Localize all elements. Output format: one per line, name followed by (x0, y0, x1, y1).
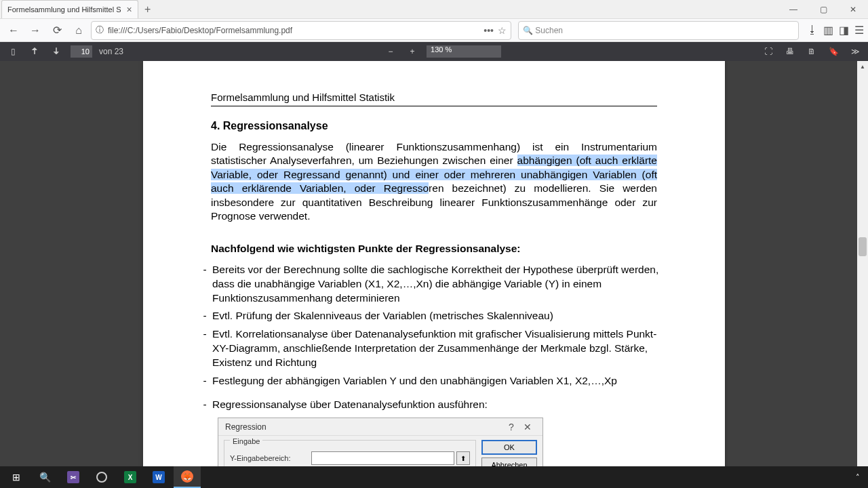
toolbar-right: ⭳ ▥ ◨ ☰ (807, 24, 864, 37)
browser-titlebar: Formelsammlung und Hilfsmittel S × + — ▢… (0, 0, 868, 19)
bookmark-pdf-button[interactable]: 🔖 (826, 44, 841, 59)
search-icon: 🔍 (523, 26, 533, 35)
scroll-up-icon[interactable]: ▲ (857, 61, 868, 72)
obs-app[interactable] (88, 466, 115, 488)
toggle-sidebar-button[interactable]: ▯ (5, 44, 20, 59)
forward-button[interactable]: → (26, 21, 45, 40)
zoom-select[interactable]: 130 % (427, 45, 501, 58)
start-button[interactable]: ⊞ (3, 466, 30, 488)
pdf-viewport[interactable]: Formelsammlung und Hilfsmittel Statistik… (0, 61, 868, 488)
list-item: -Festlegung der abhängigen Variablen Y u… (197, 374, 671, 388)
firefox-app[interactable]: 🦊 (174, 466, 201, 488)
pdf-page: Formelsammlung und Hilfsmittel Statistik… (143, 61, 725, 488)
scroll-thumb[interactable] (859, 237, 867, 256)
dialog-title: Regression (225, 422, 503, 432)
maximize-button[interactable]: ▢ (808, 0, 838, 19)
tray-chevron-icon[interactable]: ˄ (856, 473, 860, 482)
search-placeholder: Suchen (535, 26, 563, 35)
dialog-titlebar: Regression ? ✕ (218, 418, 542, 436)
zoom-out-button[interactable]: − (383, 44, 398, 59)
snip-app[interactable]: ✂ (60, 466, 87, 488)
browser-navbar: ← → ⟳ ⌂ ⓘ file:///C:/Users/Fabio/Desktop… (0, 19, 868, 42)
close-window-button[interactable]: ✕ (838, 0, 868, 19)
excel-app[interactable]: X (117, 466, 144, 488)
y-range-input[interactable] (311, 451, 454, 465)
zoom-in-button[interactable]: + (405, 44, 420, 59)
page-count-label: von 23 (99, 47, 123, 56)
page-up-button[interactable]: 🠅 (27, 44, 42, 59)
home-button[interactable]: ⌂ (69, 21, 88, 40)
list-item: -Evtl. Korrelationsanalyse über Datenana… (197, 327, 671, 370)
pdf-toolbar: ▯ 🠅 🠇 von 23 − + 130 % ⛶ 🖶 🗎 🔖 ≫ (0, 42, 868, 61)
list-item: -Evtl. Prüfung der Skalenniveaus der Var… (197, 309, 671, 323)
new-tab-button[interactable]: + (138, 0, 157, 18)
bookmark-icon[interactable]: ☆ (498, 25, 507, 36)
more-icon[interactable]: ••• (484, 25, 494, 36)
search-bar[interactable]: 🔍 Suchen (518, 21, 799, 40)
window-controls: — ▢ ✕ (778, 0, 868, 19)
browser-tab[interactable]: Formelsammlung und Hilfsmittel S × (1, 0, 138, 18)
vertical-scrollbar[interactable]: ▲ ▼ (857, 61, 868, 488)
dialog-help-icon[interactable]: ? (503, 422, 519, 432)
back-button[interactable]: ← (4, 21, 23, 40)
tools-button[interactable]: ≫ (848, 44, 863, 59)
dialog-close-icon[interactable]: ✕ (519, 422, 536, 432)
reload-button[interactable]: ⟳ (47, 21, 66, 40)
y-range-picker-button[interactable]: ⬆ (456, 451, 470, 465)
ok-button[interactable]: OK (481, 440, 537, 455)
print-button[interactable]: 🖶 (783, 44, 797, 59)
list-item: -Regressionsanalyse über Datenanalysefun… (197, 398, 671, 412)
paragraph-intro: Die Regressionsanalyse (linearer Funktio… (211, 140, 657, 224)
download-button[interactable]: 🗎 (804, 44, 819, 59)
group-label: Eingabe (230, 437, 262, 445)
y-range-label: Y-Eingabebereich: (230, 454, 311, 462)
url-bar[interactable]: ⓘ file:///C:/Users/Fabio/Desktop/Formels… (91, 21, 511, 40)
bullet-list: -Bereits vor der Berechnung sollte die s… (197, 263, 671, 412)
minimize-button[interactable]: — (778, 0, 808, 19)
fullscreen-button[interactable]: ⛶ (761, 44, 776, 59)
tab-title: Formelsammlung und Hilfsmittel S (7, 5, 121, 14)
menu-icon[interactable]: ☰ (854, 24, 864, 37)
library-icon[interactable]: ▥ (823, 24, 833, 37)
info-icon[interactable]: ⓘ (96, 24, 104, 36)
page-number-input[interactable] (71, 45, 92, 58)
downloads-icon[interactable]: ⭳ (807, 24, 818, 37)
section-title: 4. Regressionsanalyse (211, 120, 657, 132)
search-button[interactable]: 🔍 (31, 466, 58, 488)
url-text: file:///C:/Users/Fabio/Desktop/Formelsam… (108, 26, 479, 35)
word-app[interactable]: W (145, 466, 172, 488)
page-down-button[interactable]: 🠇 (49, 44, 64, 59)
sub-heading: Nachfolgend wie wichtigsten Punkte der R… (211, 243, 657, 255)
sidebar-icon[interactable]: ◨ (839, 24, 849, 37)
list-item: -Bereits vor der Berechnung sollte die s… (197, 263, 671, 306)
close-tab-icon[interactable]: × (127, 4, 132, 15)
windows-taskbar: ⊞ 🔍 ✂ X W 🦊 ˄ (0, 466, 868, 488)
document-header: Formelsammlung und Hilfsmittel Statistik (211, 92, 657, 106)
system-tray[interactable]: ˄ (856, 473, 865, 482)
